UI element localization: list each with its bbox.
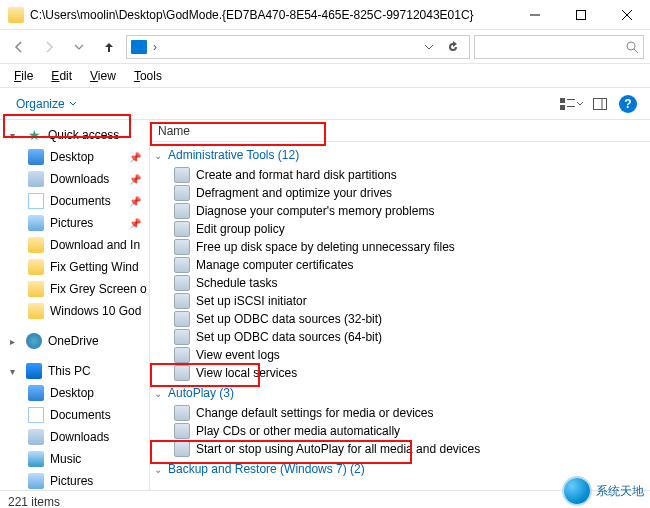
sidebar-item[interactable]: Documents [0,404,149,426]
sidebar-quick-access[interactable]: ▾ ★ Quick access [0,124,149,146]
group-header[interactable]: ⌄AutoPlay (3) [150,382,650,404]
sidebar-item[interactable]: Windows 10 God [0,300,149,322]
sidebar-item[interactable]: Pictures [0,470,149,490]
search-box[interactable] [474,35,644,59]
folder-icon [28,385,44,401]
menu-tools[interactable]: Tools [126,67,170,85]
recent-locations-button[interactable] [66,34,92,60]
control-panel-icon [174,221,190,237]
navigation-bar: › [0,30,650,64]
sidebar-item[interactable]: Music [0,448,149,470]
folder-icon [28,429,44,445]
minimize-button[interactable] [512,0,558,30]
list-item[interactable]: Set up ODBC data sources (32-bit) [150,310,650,328]
up-button[interactable] [96,34,122,60]
list-item[interactable]: Play CDs or other media automatically [150,422,650,440]
help-button[interactable]: ? [614,92,642,116]
control-panel-icon [174,423,190,439]
preview-pane-button[interactable] [586,92,614,116]
list-item[interactable]: Free up disk space by deleting unnecessa… [150,238,650,256]
folder-icon [28,259,44,275]
item-label: Set up ODBC data sources (64-bit) [196,330,382,344]
item-label: Defragment and optimize your drives [196,186,392,200]
command-bar: Organize ? [0,88,650,120]
navigation-pane: ▾ ★ Quick access Desktop📌Downloads📌Docum… [0,120,150,490]
item-label: View event logs [196,348,280,362]
onedrive-icon [26,333,42,349]
sidebar-item-label: Desktop [50,150,94,164]
folder-icon [28,407,44,423]
group-header[interactable]: ⌄Administrative Tools (12) [150,144,650,166]
window-icon [8,7,24,23]
list-item[interactable]: Edit group policy [150,220,650,238]
list-item[interactable]: Manage computer certificates [150,256,650,274]
folder-icon [28,237,44,253]
pin-icon: 📌 [129,218,141,229]
sidebar-item[interactable]: Downloads [0,426,149,448]
sidebar-item-label: Download and In [50,238,140,252]
sidebar-item[interactable]: Downloads📌 [0,168,149,190]
list-item[interactable]: View event logs [150,346,650,364]
sidebar-onedrive[interactable]: ▸ OneDrive [0,330,149,352]
control-panel-icon [174,365,190,381]
star-icon: ★ [26,127,42,143]
sidebar-item[interactable]: Desktop [0,382,149,404]
svg-rect-1 [577,10,586,19]
menu-file[interactable]: File [6,67,41,85]
organize-button[interactable]: Organize [8,93,85,115]
search-icon [625,40,639,54]
sidebar-item-label: Documents [50,194,111,208]
status-item-count: 221 items [8,495,60,509]
sidebar-item[interactable]: Desktop📌 [0,146,149,168]
control-panel-icon [174,275,190,291]
menu-bar: File Edit View Tools [0,64,650,88]
close-button[interactable] [604,0,650,30]
folder-icon [28,149,44,165]
control-panel-icon [174,257,190,273]
address-dropdown-button[interactable] [417,34,441,60]
sidebar-item-label: Fix Grey Screen o [50,282,147,296]
item-label: Set up ODBC data sources (32-bit) [196,312,382,326]
item-label: Manage computer certificates [196,258,353,272]
item-label: Start or stop using AutoPlay for all med… [196,442,480,456]
item-label: Schedule tasks [196,276,277,290]
list-item[interactable]: Defragment and optimize your drives [150,184,650,202]
list-item[interactable]: Schedule tasks [150,274,650,292]
column-header-name[interactable]: Name [150,120,650,142]
group-header[interactable]: ⌄Backup and Restore (Windows 7) (2) [150,458,650,480]
sidebar-item[interactable]: Fix Getting Wind [0,256,149,278]
sidebar-item[interactable]: Documents📌 [0,190,149,212]
list-item[interactable]: View local services [150,364,650,382]
maximize-button[interactable] [558,0,604,30]
control-panel-icon [174,203,190,219]
forward-button[interactable] [36,34,62,60]
folder-icon [28,451,44,467]
svg-rect-10 [594,98,607,109]
sidebar-item[interactable]: Download and In [0,234,149,256]
folder-icon [28,193,44,209]
view-options-button[interactable] [558,92,586,116]
address-bar[interactable]: › [126,35,470,59]
back-button[interactable] [6,34,32,60]
sidebar-label: OneDrive [48,334,99,348]
list-item[interactable]: Diagnose your computer's memory problems [150,202,650,220]
refresh-button[interactable] [441,34,465,60]
content-pane: Name ⌄Administrative Tools (12)Create an… [150,120,650,490]
item-label: Free up disk space by deleting unnecessa… [196,240,455,254]
sidebar-item[interactable]: Fix Grey Screen o [0,278,149,300]
sidebar-item[interactable]: Pictures📌 [0,212,149,234]
list-item[interactable]: Set up iSCSI initiator [150,292,650,310]
sidebar-this-pc[interactable]: ▾ This PC [0,360,149,382]
list-item[interactable]: Create and format hard disk partitions [150,166,650,184]
chevron-down-icon: ⌄ [154,464,162,475]
sidebar-item-label: Downloads [50,430,109,444]
list-item[interactable]: Change default settings for media or dev… [150,404,650,422]
status-bar: 221 items [0,490,650,508]
menu-view[interactable]: View [82,67,124,85]
globe-icon [564,478,590,504]
item-label: Play CDs or other media automatically [196,424,400,438]
item-label: Change default settings for media or dev… [196,406,433,420]
list-item[interactable]: Start or stop using AutoPlay for all med… [150,440,650,458]
list-item[interactable]: Set up ODBC data sources (64-bit) [150,328,650,346]
menu-edit[interactable]: Edit [43,67,80,85]
